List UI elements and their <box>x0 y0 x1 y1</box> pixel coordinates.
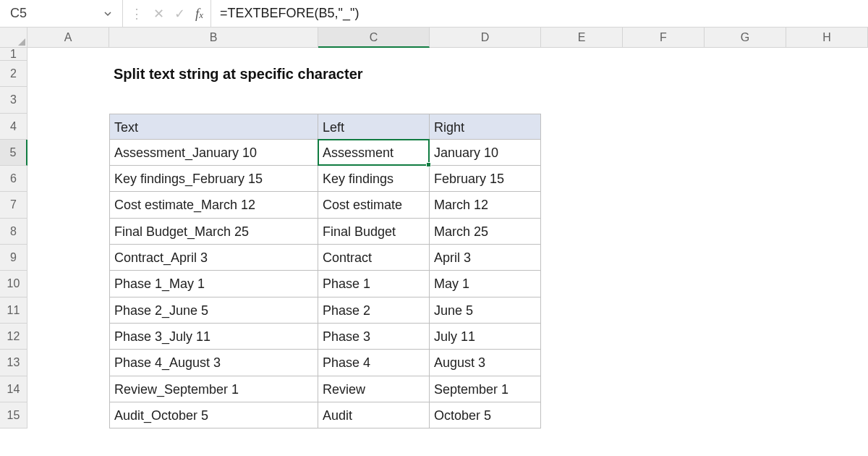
spreadsheet-grid[interactable]: ABCDEFGH12Split text string at specific … <box>0 28 868 428</box>
cell-G1[interactable] <box>705 48 786 61</box>
table-cell[interactable]: Key findings_February 15 <box>109 166 318 192</box>
cancel-icon[interactable]: ✕ <box>153 6 164 22</box>
table-cell[interactable]: February 15 <box>430 166 541 192</box>
col-header-E[interactable]: E <box>541 28 623 48</box>
cell-E9[interactable] <box>541 245 623 271</box>
table-cell[interactable]: May 1 <box>430 271 541 297</box>
cell-E6[interactable] <box>541 166 623 192</box>
cell-G13[interactable] <box>705 350 786 376</box>
cell-H10[interactable] <box>786 271 868 297</box>
cell-A10[interactable] <box>27 271 109 297</box>
row-header-9[interactable]: 9 <box>0 245 27 271</box>
row-header-2[interactable]: 2 <box>0 61 27 87</box>
table-cell[interactable]: Phase 2 <box>318 297 430 324</box>
cell-H15[interactable] <box>786 402 868 428</box>
cell-G15[interactable] <box>705 402 786 428</box>
row-header-5[interactable]: 5 <box>0 140 27 166</box>
table-cell[interactable]: Final Budget_March 25 <box>109 219 318 245</box>
table-cell[interactable]: January 10 <box>430 140 541 166</box>
cell-H12[interactable] <box>786 324 868 350</box>
cell-D3[interactable] <box>430 87 541 113</box>
cell-C1[interactable] <box>318 48 430 61</box>
cell-E8[interactable] <box>541 219 623 245</box>
cell-F2[interactable] <box>623 61 705 87</box>
table-cell[interactable]: Cost estimate <box>318 192 430 218</box>
cell-E4[interactable] <box>541 114 623 140</box>
cell-A4[interactable] <box>27 114 109 140</box>
table-cell[interactable]: Final Budget <box>318 219 430 245</box>
cell-H2[interactable] <box>786 61 868 87</box>
table-cell[interactable]: Audit_October 5 <box>109 402 318 428</box>
page-title[interactable]: Split text string at specific character <box>109 61 318 87</box>
row-header-14[interactable]: 14 <box>0 376 27 402</box>
table-cell[interactable]: March 25 <box>430 219 541 245</box>
cell-F12[interactable] <box>623 324 705 350</box>
cell-G10[interactable] <box>705 271 786 297</box>
cell-H3[interactable] <box>786 87 868 113</box>
cell-F5[interactable] <box>623 140 705 166</box>
col-header-D[interactable]: D <box>430 28 541 48</box>
table-cell[interactable]: Audit <box>318 402 430 428</box>
row-header-3[interactable]: 3 <box>0 87 27 113</box>
table-cell[interactable]: June 5 <box>430 297 541 324</box>
cell-G8[interactable] <box>705 219 786 245</box>
table-cell[interactable]: Review_September 1 <box>109 376 318 402</box>
table-cell[interactable]: Phase 4_August 3 <box>109 350 318 376</box>
cell-A15[interactable] <box>27 402 109 428</box>
cell-E13[interactable] <box>541 350 623 376</box>
table-cell[interactable]: Phase 1_May 1 <box>109 271 318 297</box>
cell-F1[interactable] <box>623 48 705 61</box>
table-header-right[interactable]: Right <box>430 114 541 140</box>
cell-E1[interactable] <box>541 48 623 61</box>
cell-E5[interactable] <box>541 140 623 166</box>
cell-E11[interactable] <box>541 297 623 324</box>
cell-F13[interactable] <box>623 350 705 376</box>
cell-G6[interactable] <box>705 166 786 192</box>
row-header-4[interactable]: 4 <box>0 114 27 140</box>
fx-icon[interactable]: fx <box>195 6 203 22</box>
row-header-1[interactable]: 1 <box>0 48 27 61</box>
cell-G7[interactable] <box>705 192 786 218</box>
row-header-13[interactable]: 13 <box>0 350 27 376</box>
cell-G14[interactable] <box>705 376 786 402</box>
cell-H6[interactable] <box>786 166 868 192</box>
table-cell[interactable]: Review <box>318 376 430 402</box>
cell-H11[interactable] <box>786 297 868 324</box>
row-header-8[interactable]: 8 <box>0 219 27 245</box>
cell-F6[interactable] <box>623 166 705 192</box>
table-cell[interactable]: Key findings <box>318 166 430 192</box>
cell-D2[interactable] <box>430 61 541 87</box>
cell-A5[interactable] <box>27 140 109 166</box>
col-header-G[interactable]: G <box>705 28 786 48</box>
cell-E3[interactable] <box>541 87 623 113</box>
cell-A7[interactable] <box>27 192 109 218</box>
cell-H13[interactable] <box>786 350 868 376</box>
formula-input[interactable]: =TEXTBEFORE(B5,"_") <box>211 0 868 27</box>
cell-E12[interactable] <box>541 324 623 350</box>
cell-E14[interactable] <box>541 376 623 402</box>
table-cell[interactable]: Assessment_January 10 <box>109 140 318 166</box>
table-cell[interactable]: Phase 3 <box>318 324 430 350</box>
row-header-12[interactable]: 12 <box>0 324 27 350</box>
cell-G2[interactable] <box>705 61 786 87</box>
row-header-10[interactable]: 10 <box>0 271 27 297</box>
table-cell[interactable]: Phase 3_July 11 <box>109 324 318 350</box>
cell-H9[interactable] <box>786 245 868 271</box>
cell-E15[interactable] <box>541 402 623 428</box>
table-cell[interactable]: September 1 <box>430 376 541 402</box>
cell-F15[interactable] <box>623 402 705 428</box>
table-cell[interactable]: Contract <box>318 245 430 271</box>
row-header-7[interactable]: 7 <box>0 192 27 218</box>
table-cell[interactable]: August 3 <box>430 350 541 376</box>
table-cell[interactable]: April 3 <box>430 245 541 271</box>
cell-H4[interactable] <box>786 114 868 140</box>
cell-C3[interactable] <box>318 87 430 113</box>
table-cell[interactable]: March 12 <box>430 192 541 218</box>
cell-G11[interactable] <box>705 297 786 324</box>
cell-B3[interactable] <box>109 87 318 113</box>
cell-H14[interactable] <box>786 376 868 402</box>
cell-A1[interactable] <box>27 48 109 61</box>
cell-A13[interactable] <box>27 350 109 376</box>
table-cell[interactable]: Phase 4 <box>318 350 430 376</box>
cell-E7[interactable] <box>541 192 623 218</box>
